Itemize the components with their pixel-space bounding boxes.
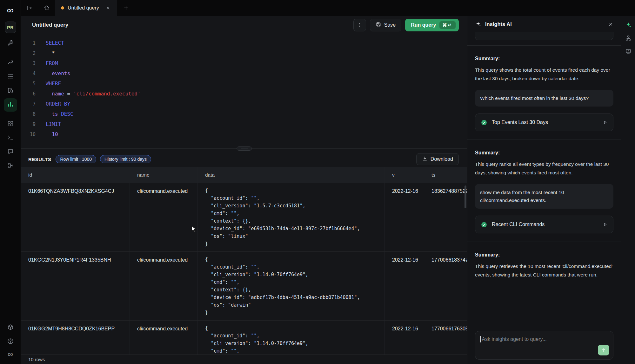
json-data: { "account_id": "", "cli_version": "1.14…	[205, 256, 384, 316]
send-button[interactable]	[598, 345, 609, 355]
results-scrollbar[interactable]	[465, 185, 466, 208]
download-button[interactable]: Download	[416, 153, 459, 165]
query-header: Untitled query Save Run query ⌘↵	[21, 16, 467, 34]
cell-name: cli/command.executed	[130, 183, 197, 251]
query-result-card[interactable]: Top Events Last 30 Days	[475, 114, 613, 131]
splitter-grip-icon[interactable]	[237, 146, 252, 151]
tab-label: Untitled query	[68, 5, 99, 11]
results-table-body: 01K66TQNZA3WFBQ8XN2KXSG4CJcli/command.ex…	[21, 183, 467, 354]
rail-item-feedback[interactable]	[623, 47, 634, 57]
code-text: name = 'cli/command.executed'	[36, 89, 141, 99]
new-tab-button[interactable]	[117, 0, 135, 16]
sidebar-item-query[interactable]	[4, 98, 17, 112]
table-row[interactable]: 01KGG2MT9H8H8CCDQ0ZK16BEPPcli/command.ex…	[21, 321, 467, 354]
user-message: show me data from the most recent 10 cli…	[475, 184, 613, 209]
insights-close-icon[interactable]	[608, 22, 613, 27]
column-header-data[interactable]: data	[197, 167, 384, 183]
cell-id: 01K66TQNZA3WFBQ8XN2KXSG4CJ	[21, 183, 130, 251]
code-text: 10	[36, 129, 58, 140]
rows-icon	[7, 73, 14, 81]
code-text: LIMIT	[36, 119, 61, 129]
query-result-card[interactable]: Recent CLI Commands	[475, 216, 613, 233]
left-sidebar: ∞ PR ∞	[0, 0, 21, 364]
code-text: ts DESC	[36, 109, 73, 119]
rail-item-insights-ai[interactable]	[623, 20, 634, 31]
sidebar-item-tools[interactable]	[4, 37, 17, 50]
column-header-name[interactable]: name	[130, 167, 197, 183]
ai-summary-text: This query retrieves the 10 most recent …	[475, 262, 613, 279]
app-logo-icon: ∞	[7, 3, 14, 17]
cell-id: 01KGG2N1J3Y0ENP1R4F1335BNH	[21, 252, 130, 320]
sidebar-item-dashboards[interactable]	[4, 118, 17, 131]
play-icon[interactable]	[602, 120, 608, 125]
line-number: 5	[21, 79, 36, 89]
sidebar-item-terminal[interactable]	[4, 132, 17, 145]
insights-input[interactable]: Ask insights agent to query...	[475, 331, 613, 360]
workspace-badge[interactable]: PR	[5, 22, 16, 33]
table-row[interactable]: 01KGG2N1J3Y0ENP1R4F1335BNHcli/command.ex…	[21, 252, 467, 321]
check-circle-icon	[480, 221, 488, 228]
json-data: { "account_id": "", "cli_version": "1.14…	[205, 324, 384, 354]
editor-line: 3FROM	[21, 58, 467, 68]
sidebar-item-help[interactable]	[4, 335, 17, 348]
sidebar-nav-top	[4, 37, 17, 173]
sidebar-item-explore[interactable]	[4, 84, 17, 98]
sidebar-item-chat[interactable]	[4, 146, 17, 159]
run-query-button[interactable]: Run query ⌘↵	[405, 19, 459, 31]
right-rail	[621, 16, 635, 364]
sidebar-item-trends[interactable]	[4, 56, 17, 70]
insights-title: Insights AI	[485, 21, 512, 27]
line-number: 10	[21, 129, 36, 140]
column-header-v[interactable]: v	[384, 167, 424, 183]
sidebar-item-streams[interactable]	[4, 70, 17, 84]
feed-divider	[467, 242, 621, 242]
save-label: Save	[384, 22, 396, 28]
sql-editor[interactable]: 1SELECT2 *3FROM4 events5WHERE6 name = 'c…	[21, 34, 467, 146]
check-circle-icon	[480, 119, 488, 126]
package-icon	[7, 324, 14, 332]
line-number: 2	[21, 48, 36, 58]
editor-line: 5WHERE	[21, 79, 467, 89]
bar-chart-icon	[7, 101, 14, 109]
ai-summary-text: This query ranks all event types by freq…	[475, 160, 613, 177]
unsaved-dot	[61, 6, 64, 10]
insights-input-placeholder: Ask insights agent to query...	[482, 336, 547, 342]
line-number: 3	[21, 58, 36, 68]
scrolled-card-partial	[475, 32, 613, 40]
row-limit-badge[interactable]: Row limit : 1000	[56, 155, 96, 163]
tab-untitled-query[interactable]: Untitled query	[55, 0, 117, 16]
cell-name: cli/command.executed	[130, 321, 197, 354]
more-options-button[interactable]	[353, 19, 366, 31]
editor-line: 7ORDER BY	[21, 99, 467, 109]
history-limit-badge[interactable]: History limit : 90 days	[100, 155, 151, 163]
column-header-ts[interactable]: ts	[424, 167, 467, 183]
sidebar-expand-icon[interactable]	[21, 0, 38, 16]
table-row[interactable]: 01K66TQNZA3WFBQ8XN2KXSG4CJcli/command.ex…	[21, 183, 467, 252]
query-workspace: Untitled query Save Run query ⌘↵ 1SELE	[21, 16, 467, 364]
sidebar-item-integrations[interactable]	[4, 321, 17, 335]
play-icon[interactable]	[602, 222, 608, 227]
cell-ts: 1770066183747	[424, 252, 467, 320]
cell-data: { "account_id": "", "cli_version": "1.14…	[197, 252, 384, 320]
sidebar-item-flows[interactable]	[4, 159, 17, 173]
panel-splitter[interactable]	[21, 146, 467, 152]
column-header-id[interactable]: id	[21, 167, 130, 183]
tab-close-icon[interactable]	[106, 6, 110, 10]
results-label: RESULTS	[28, 157, 51, 162]
rail-item-schema[interactable]	[623, 33, 634, 44]
download-label: Download	[431, 156, 453, 162]
wrench-icon	[7, 40, 14, 48]
page-title: Untitled query	[32, 22, 68, 28]
json-data: { "account_id": "", "cli_version": "1.5.…	[205, 187, 384, 248]
line-number: 1	[21, 38, 36, 48]
feed-divider	[467, 140, 621, 140]
results-toolbar: RESULTS Row limit : 1000 History limit :…	[21, 152, 467, 167]
save-button[interactable]: Save	[370, 19, 401, 31]
run-query-label: Run query	[411, 22, 436, 28]
ai-summary-heading: Summary:	[475, 252, 613, 258]
cell-v: 2022-12-16	[384, 252, 424, 320]
cell-v: 2022-12-16	[384, 321, 424, 354]
home-tab[interactable]	[38, 0, 55, 16]
editor-line: 2 *	[21, 48, 467, 58]
cell-ts: 1836274887529	[424, 183, 467, 251]
